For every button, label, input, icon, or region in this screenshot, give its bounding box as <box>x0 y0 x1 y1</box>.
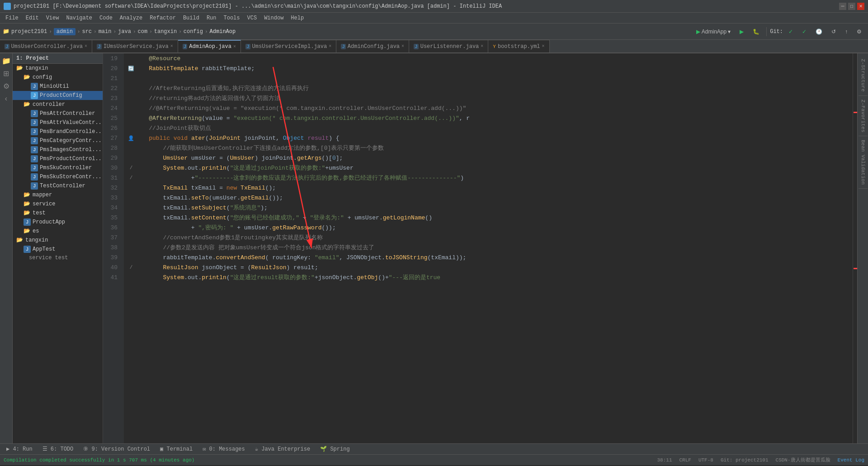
code-line-40: / ResultJson jsonObject = (ResultJson) r… <box>127 262 849 272</box>
settings-icon[interactable]: ⚙ <box>1 81 12 91</box>
main-label: main <box>99 29 112 35</box>
editor-tab-3[interactable]: JUmsUserServiceImpl.java× <box>241 40 336 52</box>
sidebar-item-10[interactable]: JPmsProductControl... <box>13 154 103 163</box>
tab-close-5[interactable]: × <box>481 44 483 49</box>
sidebar-item-8[interactable]: JPmsCategoryContr... <box>13 136 103 145</box>
tab-close-6[interactable]: × <box>542 44 545 49</box>
menu-item-code[interactable]: Code <box>96 13 116 23</box>
sidebar-item-17[interactable]: JProductApp <box>13 218 103 227</box>
menu-item-tools[interactable]: Tools <box>220 13 244 23</box>
sidebar-item-19[interactable]: 📂tangxin <box>13 236 103 245</box>
sidebar-item-icon-6: J <box>31 119 38 126</box>
project-name[interactable]: project2101 <box>11 29 47 35</box>
menu-item-view[interactable]: View <box>42 13 63 23</box>
bottom-tab-4[interactable]: ✉ 0: Messages <box>198 444 250 455</box>
editor-tab-6[interactable]: Ybootstrap.yml× <box>488 40 549 52</box>
sidebar-item-3[interactable]: JProductConfig <box>13 91 103 100</box>
sidebar-item-5[interactable]: JPmsAttrController <box>13 109 103 118</box>
code-editor: 1920212223242526272829303132333435363738… <box>103 53 857 443</box>
branch-name[interactable]: admin <box>54 28 75 35</box>
editor-tab-1[interactable]: JIUmsUserService.java× <box>92 40 178 52</box>
sidebar-item-label-16: test <box>33 210 46 216</box>
tab-close-4[interactable]: × <box>401 44 404 49</box>
menu-item-analyze[interactable]: Analyze <box>116 13 146 23</box>
git-revert[interactable]: ↺ <box>828 28 840 36</box>
sidebar-item-2[interactable]: JMinioUtil <box>13 82 103 91</box>
menu-item-file[interactable]: File <box>2 13 22 23</box>
menu-item-run[interactable]: Run <box>203 13 220 23</box>
code-area[interactable]: @Resource🔄 RabbitTemplate rabbitTemplate… <box>124 53 853 443</box>
bottom-tab-0[interactable]: ▶ 4: Run <box>2 444 37 455</box>
sidebar-item-label-15: service <box>33 201 55 207</box>
bean-validation-tab[interactable]: Bean Validation <box>859 136 868 189</box>
menu-item-build[interactable]: Build <box>179 13 203 23</box>
editor-tab-2[interactable]: JAdminAop.java× <box>178 40 241 52</box>
sidebar-item-label-12: PmsSkuStoreContr... <box>40 174 102 180</box>
editor-tab-5[interactable]: JUserListenner.java× <box>409 40 488 52</box>
bottom-tab-6[interactable]: 🌱 Spring <box>316 444 354 455</box>
minimize-button[interactable]: ─ <box>839 3 846 10</box>
structure-btn[interactable]: ⊞ <box>1 68 12 79</box>
editor-tab-0[interactable]: JUmsUserController.java× <box>0 40 92 52</box>
main-layout: 📁 ⊞ ⚙ ‹ 1: Project 📂tangxin📂configJMinio… <box>0 53 868 443</box>
tab-close-0[interactable]: × <box>85 44 87 49</box>
project-view-btn[interactable]: 📁 <box>1 55 12 66</box>
run-config-btn[interactable]: ▶ AdminApp ▾ <box>693 28 734 36</box>
sidebar-item-7[interactable]: JPmsBrandControlle... <box>13 127 103 136</box>
project-panel-title: 1: Project <box>16 55 49 62</box>
sidebar-item-4[interactable]: 📂controller <box>13 100 103 109</box>
z-favorites-tab[interactable]: Z-Favorites <box>859 96 868 137</box>
scroll-marker <box>854 268 857 269</box>
code-line-20: 🔄 RabbitTemplate rabbitTemplate; <box>127 63 849 73</box>
git-settings[interactable]: ⚙ <box>853 28 865 36</box>
menu-item-edit[interactable]: Edit <box>22 13 42 23</box>
event-log[interactable]: Event Log <box>838 457 864 463</box>
sidebar-item-20[interactable]: JAppTest <box>13 245 103 254</box>
sidebar-item-1[interactable]: 📂config <box>13 73 103 82</box>
sidebar-item-11[interactable]: JPmsSkuController <box>13 163 103 172</box>
sidebar-item-9[interactable]: JPmsImagesControl... <box>13 145 103 154</box>
bottom-tab-1[interactable]: ☰ 6: TODO <box>38 444 78 455</box>
bottom-tab-5[interactable]: ☕ Java Enterprise <box>250 444 315 455</box>
sidebar-item-18[interactable]: 📂es <box>13 227 103 236</box>
tab-label-0: UmsUserController.java <box>11 43 83 50</box>
git-push[interactable]: ↑ <box>841 28 851 36</box>
tab-label-4: AdminConfig.java <box>348 43 400 50</box>
bottom-tab-3[interactable]: ▣ Terminal <box>156 444 197 455</box>
run-button[interactable]: ▶ <box>736 28 747 36</box>
menu-item-refactor[interactable]: Refactor <box>146 13 179 23</box>
sidebar-item-0[interactable]: 📂tangxin <box>13 64 103 73</box>
line-num-39: 39 <box>103 252 120 262</box>
window-title: project2101 [F:\Development software\IDE… <box>14 3 839 10</box>
restore-button[interactable]: □ <box>848 3 855 10</box>
window-controls[interactable]: ─ □ ✕ <box>839 3 864 10</box>
sidebar-item-13[interactable]: JTestController <box>13 181 103 190</box>
sidebar-item-icon-1: 📂 <box>24 74 31 81</box>
sidebar-item-15[interactable]: 📂service <box>13 200 103 209</box>
close-button[interactable]: ✕ <box>857 3 864 10</box>
menu-item-help[interactable]: Help <box>287 13 307 23</box>
git-check2[interactable]: ✓ <box>798 28 810 36</box>
line-num-20: 20 <box>103 63 120 73</box>
editor-tab-4[interactable]: JAdminConfig.java× <box>336 40 409 52</box>
collapse-icon[interactable]: ‹ <box>1 93 12 104</box>
tab-close-3[interactable]: × <box>329 44 331 49</box>
tab-close-1[interactable]: × <box>170 44 173 49</box>
sidebar-item-6[interactable]: JPmsAttrValueContr... <box>13 118 103 127</box>
sidebar-item-14[interactable]: 📂mapper <box>13 190 103 200</box>
git-history[interactable]: 🕐 <box>812 28 826 36</box>
z-structure-tab[interactable]: Z-Structure <box>859 55 868 96</box>
sidebar-item-icon-9: J <box>31 146 38 153</box>
menu-item-window[interactable]: Window <box>260 13 287 23</box>
tab-close-2[interactable]: × <box>233 44 236 49</box>
git-checkmark[interactable]: ✓ <box>785 28 797 36</box>
menu-item-navigate[interactable]: Navigate <box>62 13 96 23</box>
bottom-tab-2[interactable]: ⑨ 9: Version Control <box>79 444 155 455</box>
sidebar-item-16[interactable]: 📂test <box>13 209 103 218</box>
menu-item-vcs[interactable]: VCS <box>244 13 261 23</box>
tab-icon-4: J <box>341 44 346 49</box>
sidebar-item-12[interactable]: JPmsSkuStoreContr... <box>13 172 103 181</box>
title-bar: project2101 [F:\Development software\IDE… <box>0 0 868 13</box>
debug-button[interactable]: 🐛 <box>749 28 763 36</box>
line-num-24: 24 <box>103 103 120 113</box>
